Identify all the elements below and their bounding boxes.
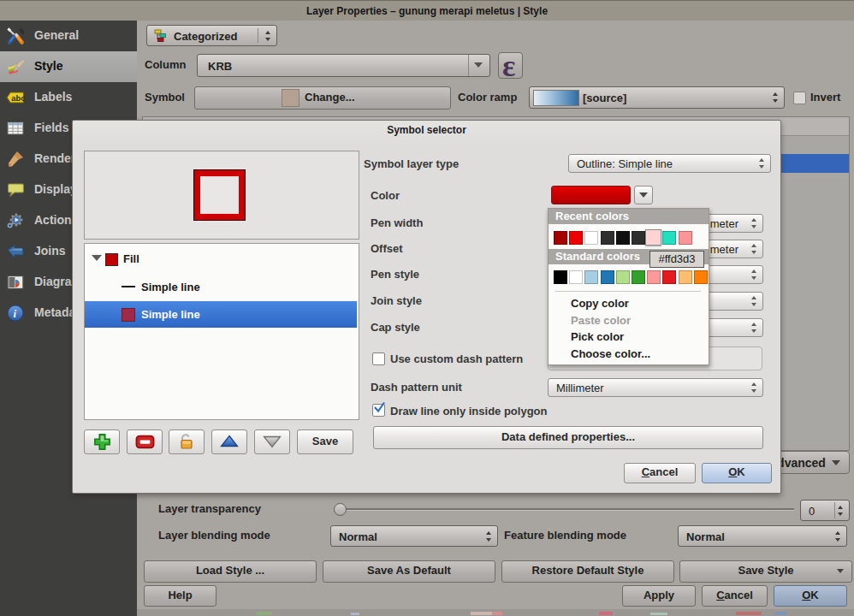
svg-text:abc: abc <box>11 93 25 103</box>
svg-text:i: i <box>14 307 17 320</box>
